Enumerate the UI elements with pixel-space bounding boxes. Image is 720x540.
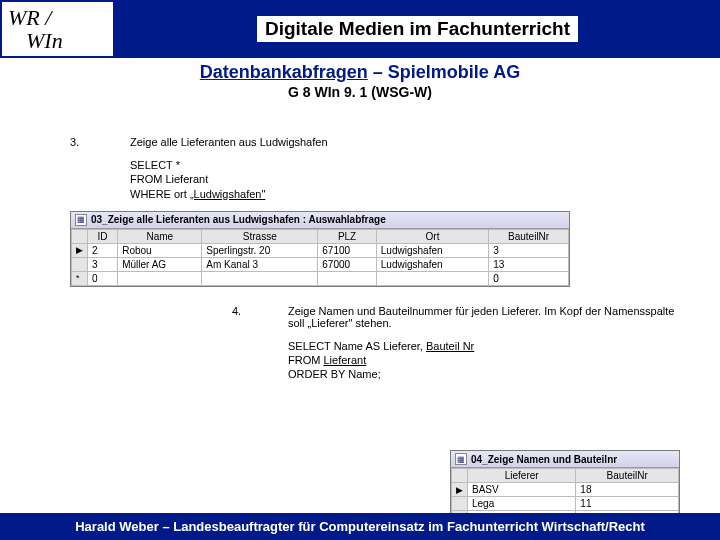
task3-sql-line1: SELECT * [130, 158, 690, 172]
table-row: *00 [72, 271, 569, 285]
subtitle-row: Datenbankabfragen – Spielmobile AG G 8 W… [0, 62, 720, 100]
cell: 13 [489, 257, 569, 271]
col-header: PLZ [318, 229, 377, 243]
cell: BASV [468, 483, 576, 497]
col-header: BauteilNr [576, 469, 679, 483]
col-header: ID [88, 229, 118, 243]
table-row: 3Müller AGAm Kanal 367000Ludwigshafen13 [72, 257, 569, 271]
logo: WR / WIn [0, 0, 115, 58]
query-window-3: ▦ 03_Zeige alle Lieferanten aus Ludwigsh… [70, 211, 570, 287]
cell: 2 [88, 243, 118, 257]
cell [318, 271, 377, 285]
cell: 0 [88, 271, 118, 285]
cell: Ludwigshafen [376, 257, 488, 271]
col-header: Lieferer [468, 469, 576, 483]
col-header: Strasse [202, 229, 318, 243]
query3-grid: IDNameStrassePLZOrtBauteilNr ▶2RobouSper… [71, 229, 569, 286]
row-selector: ▶ [452, 483, 468, 497]
row-selector: ▶ [72, 243, 88, 257]
cell: Robou [118, 243, 202, 257]
task4-sql-line3: ORDER BY Name; [288, 367, 690, 381]
row-selector [72, 257, 88, 271]
query3-titlebar: ▦ 03_Zeige alle Lieferanten aus Ludwigsh… [71, 212, 569, 229]
cell: 67000 [318, 257, 377, 271]
task4-sql: SELECT Name AS Lieferer, Bauteil Nr FROM… [288, 339, 690, 382]
cell: 11 [576, 497, 679, 511]
task4-sql-line2: FROM Lieferant [288, 353, 690, 367]
logo-line1: WR / [8, 6, 107, 29]
query-icon: ▦ [75, 214, 87, 226]
cell [376, 271, 488, 285]
task4-sql-line1: SELECT Name AS Lieferer, Bauteil Nr [288, 339, 690, 353]
cell: Lega [468, 497, 576, 511]
table-row: ▶2RobouSperlingstr. 2067100Ludwigshafen3 [72, 243, 569, 257]
logo-line2: WIn [8, 29, 107, 52]
cell: Sperlingstr. 20 [202, 243, 318, 257]
cell: 67100 [318, 243, 377, 257]
cell: 3 [88, 257, 118, 271]
cell [118, 271, 202, 285]
table-row: Lega11 [452, 497, 679, 511]
task-3: 3. Zeige alle Lieferanten aus Ludwigshaf… [70, 136, 690, 201]
title-band: Digitale Medien im Fachunterricht [115, 0, 720, 58]
task3-sql: SELECT * FROM Lieferant WHERE ort „Ludwi… [130, 158, 690, 201]
col-header: BauteilNr [489, 229, 569, 243]
task3-num: 3. [70, 136, 79, 148]
task3-text: Zeige alle Lieferanten aus Ludwigshafen [130, 136, 690, 148]
slide-header: WR / WIn Digitale Medien im Fachunterric… [0, 0, 720, 58]
subtitle-underlined: Datenbankabfragen [200, 62, 368, 82]
task4-num: 4. [232, 305, 241, 317]
cell: Müller AG [118, 257, 202, 271]
col-header: Ort [376, 229, 488, 243]
row-selector: * [72, 271, 88, 285]
query3-title: 03_Zeige alle Lieferanten aus Ludwigshaf… [91, 214, 386, 225]
subtitle-rest: – Spielmobile AG [368, 62, 520, 82]
class-line: G 8 WIn 9. 1 (WSG-W) [0, 84, 720, 100]
task3-sql-line3: WHERE ort „Ludwigshafen" [130, 187, 690, 201]
task4-text: Zeige Namen und Bauteilnummer für jeden … [288, 305, 690, 329]
cell: 18 [576, 483, 679, 497]
cell: 0 [489, 271, 569, 285]
cell: 3 [489, 243, 569, 257]
task-4: 4. Zeige Namen und Bauteilnummer für jed… [260, 305, 690, 382]
cell [202, 271, 318, 285]
page-title: Digitale Medien im Fachunterricht [257, 16, 578, 42]
footer: Harald Weber – Landesbeauftragter für Co… [0, 513, 720, 540]
col-header: Name [118, 229, 202, 243]
query4-titlebar: ▦ 04_Zeige Namen und Bauteilnr [451, 451, 679, 468]
cell: Am Kanal 3 [202, 257, 318, 271]
task3-sql-line2: FROM Lieferant [130, 172, 690, 186]
table-row: ▶BASV18 [452, 483, 679, 497]
row-selector [452, 497, 468, 511]
query-icon: ▦ [455, 453, 467, 465]
cell: Ludwigshafen [376, 243, 488, 257]
query4-title: 04_Zeige Namen und Bauteilnr [471, 454, 617, 465]
